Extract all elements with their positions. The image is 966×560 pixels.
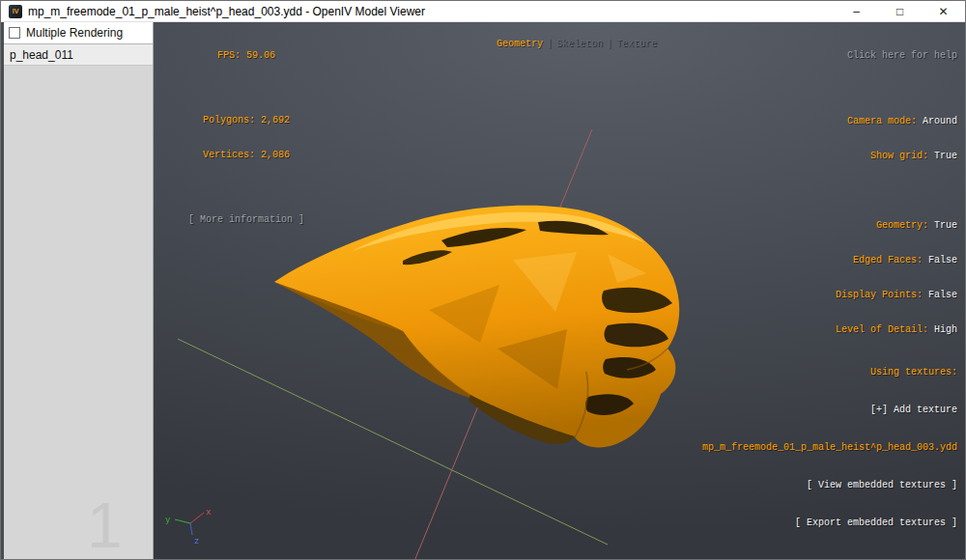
view-embedded-textures-button[interactable]: [ View embedded textures ]	[702, 479, 957, 491]
add-texture-button[interactable]: [+] Add texture	[702, 404, 957, 416]
minimize-button[interactable]: –	[835, 1, 878, 21]
using-textures-label: Using textures:	[702, 366, 957, 378]
model-helmet	[274, 206, 679, 448]
sidebar-item-p-head[interactable]: p_head_011	[4, 44, 153, 66]
axis-y-label: y	[165, 516, 171, 525]
vertices-readout: Vertices: 2,086	[161, 150, 331, 161]
axis-z-label: z	[194, 537, 199, 546]
window-title: mp_m_freemode_01_p_male_heist^p_head_003…	[28, 5, 425, 18]
polygons-readout: Polygons: 2,692	[161, 115, 331, 126]
axis-gizmo: x y z	[165, 508, 211, 546]
tab-skeleton[interactable]: Skeleton	[556, 39, 603, 49]
show-grid-setting[interactable]: Show grid:True	[836, 151, 957, 162]
tab-geometry[interactable]: Geometry	[497, 39, 543, 49]
multiple-rendering-row: Multiple Rendering	[4, 22, 153, 44]
maximize-button[interactable]: □	[878, 1, 922, 21]
settings-panel: Click here for help Camera mode:Around S…	[836, 27, 957, 359]
texture-file-name: mp_m_freemode_01_p_male_heist^p_head_003…	[702, 441, 957, 454]
tab-texture[interactable]: Texture	[616, 39, 657, 49]
geometry-setting[interactable]: Geometry:True	[836, 220, 957, 232]
camera-mode-setting[interactable]: Camera mode:Around	[836, 116, 957, 127]
multiple-rendering-label: Multiple Rendering	[26, 26, 123, 40]
titlebar: IV mp_m_freemode_01_p_male_heist^p_head_…	[1, 1, 965, 22]
app-window: IV mp_m_freemode_01_p_male_heist^p_head_…	[0, 0, 966, 560]
export-embedded-textures-button[interactable]: [ Export embedded textures ]	[702, 517, 957, 529]
edged-faces-setting[interactable]: Edged Faces:False	[836, 255, 957, 266]
close-button[interactable]: ✕	[922, 1, 965, 21]
tab-separator: |	[547, 39, 553, 49]
multiple-rendering-checkbox[interactable]	[9, 27, 20, 39]
more-information-link[interactable]: [ More information ]	[161, 214, 331, 226]
app-icon: IV	[9, 5, 22, 18]
axis-x-label: x	[206, 508, 211, 518]
help-link[interactable]: Click here for help	[836, 50, 957, 62]
display-points-setting[interactable]: Display Points:False	[836, 290, 957, 301]
page-number-watermark: 1	[87, 493, 121, 557]
sidebar: Multiple Rendering p_head_011 1	[1, 22, 154, 559]
window-controls: – □ ✕	[835, 1, 965, 21]
model-viewport[interactable]: x y z FPS: 59.06 Polygons: 2,692 Vertice…	[154, 22, 965, 559]
textures-panel: Using textures: [+] Add texture mp_m_fre…	[702, 341, 957, 554]
level-of-detail-setting[interactable]: Level of Detail:High	[836, 324, 957, 336]
tab-separator: |	[607, 39, 612, 49]
